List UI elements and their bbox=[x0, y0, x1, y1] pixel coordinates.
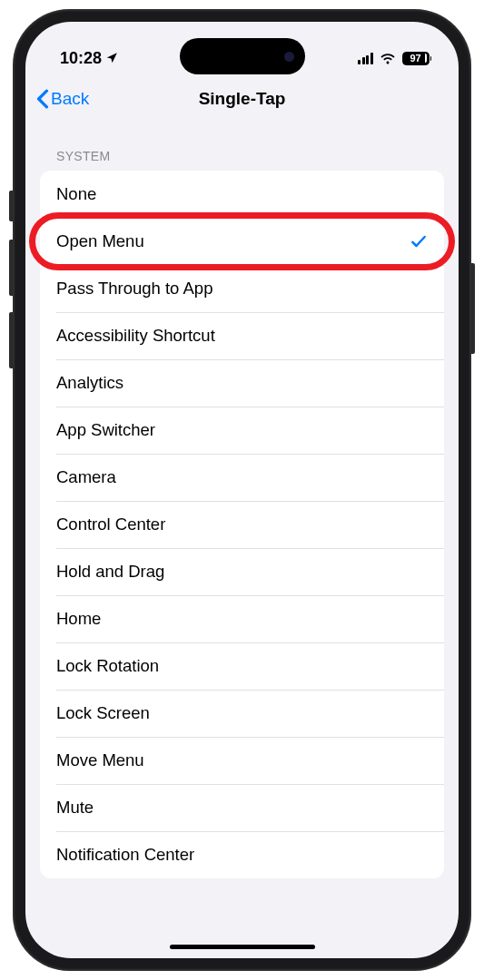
list-item-label: Hold and Drag bbox=[56, 562, 164, 582]
location-arrow-icon bbox=[105, 52, 118, 64]
list-item-label: Analytics bbox=[56, 373, 123, 393]
list-item[interactable]: Lock Rotation bbox=[40, 642, 444, 690]
battery-level: 97 bbox=[404, 53, 427, 64]
list-item[interactable]: App Switcher bbox=[40, 407, 444, 454]
section-header: SYSTEM bbox=[40, 123, 444, 171]
list-item-label: Camera bbox=[56, 467, 116, 487]
list-item[interactable]: Notification Center bbox=[40, 831, 444, 878]
chevron-left-icon bbox=[36, 89, 49, 109]
list-item[interactable]: Open Menu bbox=[40, 218, 444, 265]
home-indicator[interactable] bbox=[170, 945, 315, 949]
content: SYSTEM NoneOpen MenuPass Through to AppA… bbox=[25, 123, 459, 878]
list-item-label: Lock Screen bbox=[56, 703, 150, 723]
screen: 10:28 97 bbox=[25, 22, 459, 958]
list-item-label: Mute bbox=[56, 798, 94, 818]
list-item[interactable]: None bbox=[40, 171, 444, 218]
list-item-label: Move Menu bbox=[56, 750, 144, 770]
list-item[interactable]: Pass Through to App bbox=[40, 265, 444, 312]
signal-icon bbox=[358, 53, 373, 64]
list-item[interactable]: Camera bbox=[40, 454, 444, 501]
side-buttons-left bbox=[9, 191, 13, 385]
battery-icon: 97 bbox=[402, 52, 432, 65]
list-item[interactable]: Lock Screen bbox=[40, 690, 444, 737]
list-item[interactable]: Home bbox=[40, 595, 444, 642]
back-label: Back bbox=[51, 89, 89, 109]
list-item-label: Open Menu bbox=[56, 231, 144, 251]
side-button-right bbox=[471, 263, 475, 354]
list-item-label: Home bbox=[56, 609, 101, 629]
options-list: NoneOpen MenuPass Through to AppAccessib… bbox=[40, 171, 444, 878]
page-title: Single-Tap bbox=[199, 89, 286, 109]
phone-frame: 10:28 97 bbox=[13, 9, 471, 971]
list-item[interactable]: Analytics bbox=[40, 359, 444, 407]
list-item[interactable]: Accessibility Shortcut bbox=[40, 312, 444, 359]
list-item-label: None bbox=[56, 184, 96, 204]
list-item-label: Notification Center bbox=[56, 845, 194, 865]
list-item-label: Lock Rotation bbox=[56, 656, 159, 676]
wifi-icon bbox=[380, 53, 396, 64]
list-item[interactable]: Move Menu bbox=[40, 737, 444, 784]
checkmark-icon bbox=[410, 232, 428, 250]
status-right: 97 bbox=[358, 52, 431, 65]
list-item-label: Pass Through to App bbox=[56, 279, 212, 299]
dynamic-island bbox=[180, 38, 305, 74]
list-item-label: Accessibility Shortcut bbox=[56, 326, 215, 346]
nav-bar: Back Single-Tap bbox=[25, 76, 459, 123]
status-left: 10:28 bbox=[60, 49, 118, 68]
status-time: 10:28 bbox=[60, 49, 102, 68]
list-item[interactable]: Control Center bbox=[40, 501, 444, 548]
list-item-label: Control Center bbox=[56, 514, 165, 534]
list-item-label: App Switcher bbox=[56, 420, 155, 440]
list-item[interactable]: Hold and Drag bbox=[40, 548, 444, 595]
list-item[interactable]: Mute bbox=[40, 784, 444, 831]
back-button[interactable]: Back bbox=[36, 89, 89, 109]
